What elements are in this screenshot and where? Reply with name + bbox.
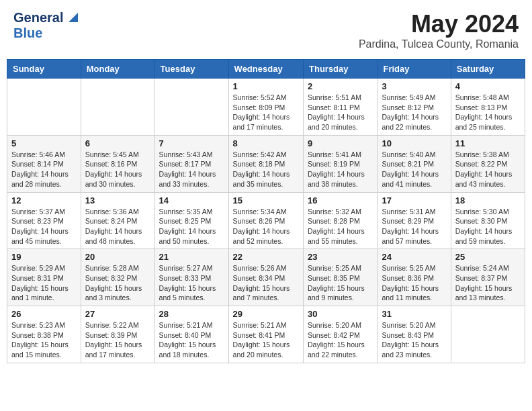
calendar-cell: 28Sunrise: 5:21 AM Sunset: 8:40 PM Dayli… (154, 306, 228, 363)
day-of-week-header: Thursday (304, 60, 378, 79)
calendar-cell: 30Sunrise: 5:20 AM Sunset: 8:42 PM Dayli… (304, 306, 378, 363)
title-block: May 2024 Pardina, Tulcea County, Romania (359, 10, 519, 50)
day-info: Sunrise: 5:48 AM Sunset: 8:13 PM Dayligh… (455, 93, 521, 132)
day-info: Sunrise: 5:25 AM Sunset: 8:36 PM Dayligh… (382, 263, 446, 303)
calendar-week-row: 26Sunrise: 5:23 AM Sunset: 8:38 PM Dayli… (7, 306, 525, 363)
day-info: Sunrise: 5:21 AM Sunset: 8:41 PM Dayligh… (233, 320, 299, 360)
day-number: 22 (233, 252, 299, 262)
logo: General Blue (13, 10, 78, 41)
day-info: Sunrise: 5:22 AM Sunset: 8:39 PM Dayligh… (85, 320, 150, 360)
calendar-cell: 3Sunrise: 5:49 AM Sunset: 8:12 PM Daylig… (378, 79, 451, 136)
day-info: Sunrise: 5:42 AM Sunset: 8:18 PM Dayligh… (233, 150, 299, 189)
day-number: 29 (233, 309, 299, 319)
day-info: Sunrise: 5:29 AM Sunset: 8:31 PM Dayligh… (11, 263, 77, 303)
day-info: Sunrise: 5:27 AM Sunset: 8:33 PM Dayligh… (159, 263, 224, 303)
calendar-cell: 24Sunrise: 5:25 AM Sunset: 8:36 PM Dayli… (378, 249, 451, 306)
day-number: 24 (382, 252, 446, 262)
month-title: May 2024 (359, 10, 519, 38)
day-info: Sunrise: 5:25 AM Sunset: 8:35 PM Dayligh… (308, 263, 373, 303)
logo-triangle-icon (64, 10, 78, 24)
day-number: 21 (159, 252, 224, 262)
calendar-cell: 13Sunrise: 5:36 AM Sunset: 8:24 PM Dayli… (81, 192, 154, 249)
day-info: Sunrise: 5:49 AM Sunset: 8:12 PM Dayligh… (382, 93, 446, 132)
logo-blue-text: Blue (13, 26, 42, 40)
calendar-cell: 5Sunrise: 5:46 AM Sunset: 8:14 PM Daylig… (7, 135, 81, 192)
svg-marker-0 (69, 13, 78, 22)
calendar-week-row: 19Sunrise: 5:29 AM Sunset: 8:31 PM Dayli… (7, 249, 525, 306)
day-number: 3 (382, 81, 446, 91)
day-number: 30 (308, 309, 373, 319)
day-info: Sunrise: 5:28 AM Sunset: 8:32 PM Dayligh… (85, 263, 150, 303)
calendar-cell: 14Sunrise: 5:35 AM Sunset: 8:25 PM Dayli… (154, 192, 228, 249)
day-of-week-header: Wednesday (228, 60, 303, 79)
calendar-cell (81, 79, 154, 136)
day-number: 28 (159, 309, 224, 319)
day-info: Sunrise: 5:36 AM Sunset: 8:24 PM Dayligh… (85, 207, 150, 246)
day-info: Sunrise: 5:40 AM Sunset: 8:21 PM Dayligh… (382, 150, 446, 189)
calendar-cell: 4Sunrise: 5:48 AM Sunset: 8:13 PM Daylig… (451, 79, 525, 136)
calendar-cell: 17Sunrise: 5:31 AM Sunset: 8:29 PM Dayli… (378, 192, 451, 249)
day-info: Sunrise: 5:26 AM Sunset: 8:34 PM Dayligh… (233, 263, 299, 303)
calendar-cell: 11Sunrise: 5:38 AM Sunset: 8:22 PM Dayli… (451, 135, 525, 192)
calendar-cell: 29Sunrise: 5:21 AM Sunset: 8:41 PM Dayli… (228, 306, 303, 363)
day-number: 9 (308, 138, 373, 148)
calendar-cell: 31Sunrise: 5:20 AM Sunset: 8:43 PM Dayli… (378, 306, 451, 363)
day-info: Sunrise: 5:31 AM Sunset: 8:29 PM Dayligh… (382, 207, 446, 246)
day-info: Sunrise: 5:46 AM Sunset: 8:14 PM Dayligh… (11, 150, 77, 189)
day-info: Sunrise: 5:30 AM Sunset: 8:30 PM Dayligh… (455, 207, 521, 246)
calendar-cell: 27Sunrise: 5:22 AM Sunset: 8:39 PM Dayli… (81, 306, 154, 363)
calendar-cell: 23Sunrise: 5:25 AM Sunset: 8:35 PM Dayli… (304, 249, 378, 306)
day-info: Sunrise: 5:43 AM Sunset: 8:17 PM Dayligh… (159, 150, 224, 189)
calendar-cell: 26Sunrise: 5:23 AM Sunset: 8:38 PM Dayli… (7, 306, 81, 363)
day-number: 15 (233, 195, 299, 205)
day-info: Sunrise: 5:23 AM Sunset: 8:38 PM Dayligh… (11, 320, 77, 360)
day-number: 7 (159, 138, 224, 148)
day-number: 10 (382, 138, 446, 148)
location-subtitle: Pardina, Tulcea County, Romania (359, 38, 519, 50)
day-info: Sunrise: 5:21 AM Sunset: 8:40 PM Dayligh… (159, 320, 224, 360)
day-info: Sunrise: 5:52 AM Sunset: 8:09 PM Dayligh… (233, 93, 299, 132)
calendar-cell (451, 306, 525, 363)
day-of-week-header: Tuesday (154, 60, 228, 79)
day-number: 23 (308, 252, 373, 262)
day-number: 17 (382, 195, 446, 205)
calendar-week-row: 5Sunrise: 5:46 AM Sunset: 8:14 PM Daylig… (7, 135, 525, 192)
day-info: Sunrise: 5:45 AM Sunset: 8:16 PM Dayligh… (85, 150, 150, 189)
calendar-cell: 18Sunrise: 5:30 AM Sunset: 8:30 PM Dayli… (451, 192, 525, 249)
day-number: 18 (455, 195, 521, 205)
day-number: 14 (159, 195, 224, 205)
calendar-cell: 8Sunrise: 5:42 AM Sunset: 8:18 PM Daylig… (228, 135, 303, 192)
calendar-cell: 20Sunrise: 5:28 AM Sunset: 8:32 PM Dayli… (81, 249, 154, 306)
day-number: 19 (11, 252, 77, 262)
day-info: Sunrise: 5:41 AM Sunset: 8:19 PM Dayligh… (308, 150, 373, 189)
day-info: Sunrise: 5:51 AM Sunset: 8:11 PM Dayligh… (308, 93, 373, 132)
day-info: Sunrise: 5:35 AM Sunset: 8:25 PM Dayligh… (159, 207, 224, 246)
day-info: Sunrise: 5:20 AM Sunset: 8:43 PM Dayligh… (382, 320, 446, 360)
calendar-cell (7, 79, 81, 136)
day-number: 27 (85, 309, 150, 319)
day-number: 26 (11, 309, 77, 319)
calendar-cell: 6Sunrise: 5:45 AM Sunset: 8:16 PM Daylig… (81, 135, 154, 192)
day-number: 13 (85, 195, 150, 205)
calendar-week-row: 1Sunrise: 5:52 AM Sunset: 8:09 PM Daylig… (7, 79, 525, 136)
calendar-cell: 16Sunrise: 5:32 AM Sunset: 8:28 PM Dayli… (304, 192, 378, 249)
calendar-cell: 1Sunrise: 5:52 AM Sunset: 8:09 PM Daylig… (228, 79, 303, 136)
day-number: 25 (455, 252, 521, 262)
calendar-table: SundayMondayTuesdayWednesdayThursdayFrid… (7, 59, 525, 363)
day-of-week-header: Saturday (451, 60, 525, 79)
day-of-week-header: Friday (378, 60, 451, 79)
calendar-cell: 9Sunrise: 5:41 AM Sunset: 8:19 PM Daylig… (304, 135, 378, 192)
calendar-cell: 10Sunrise: 5:40 AM Sunset: 8:21 PM Dayli… (378, 135, 451, 192)
day-info: Sunrise: 5:32 AM Sunset: 8:28 PM Dayligh… (308, 207, 373, 246)
day-info: Sunrise: 5:34 AM Sunset: 8:26 PM Dayligh… (233, 207, 299, 246)
calendar-cell: 7Sunrise: 5:43 AM Sunset: 8:17 PM Daylig… (154, 135, 228, 192)
day-number: 16 (308, 195, 373, 205)
day-info: Sunrise: 5:24 AM Sunset: 8:37 PM Dayligh… (455, 263, 521, 303)
day-number: 1 (233, 81, 299, 91)
calendar-cell: 15Sunrise: 5:34 AM Sunset: 8:26 PM Dayli… (228, 192, 303, 249)
day-info: Sunrise: 5:38 AM Sunset: 8:22 PM Dayligh… (455, 150, 521, 189)
day-of-week-header: Monday (81, 60, 154, 79)
calendar-cell (154, 79, 228, 136)
day-number: 12 (11, 195, 77, 205)
day-number: 4 (455, 81, 521, 91)
